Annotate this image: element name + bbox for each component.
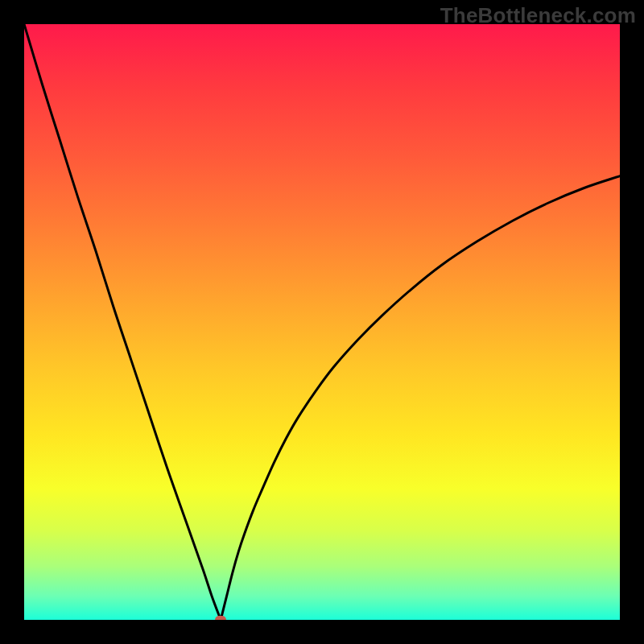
- bottleneck-curve: [24, 24, 620, 620]
- curve-left-branch: [24, 24, 221, 620]
- curve-right-branch: [221, 176, 620, 620]
- plot-area: [24, 24, 620, 620]
- chart-frame: TheBottleneck.com: [0, 0, 644, 644]
- minimum-marker: [215, 616, 226, 620]
